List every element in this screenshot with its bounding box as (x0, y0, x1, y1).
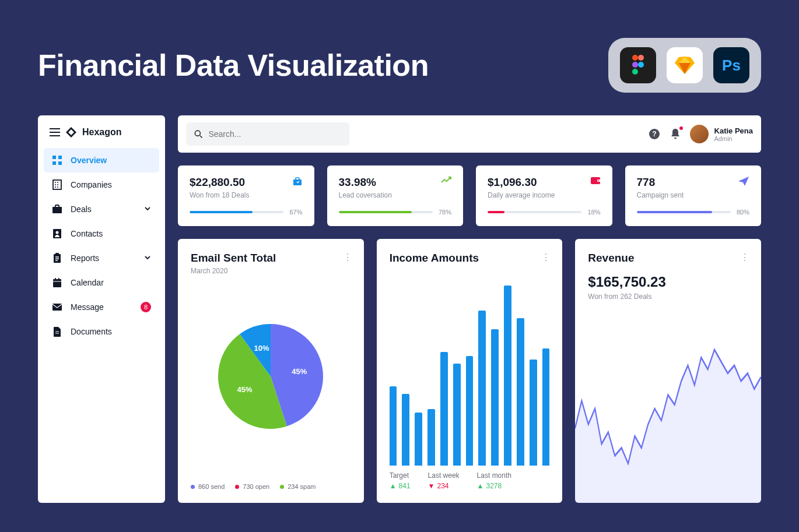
svg-point-4 (632, 69, 638, 75)
page-title: Financial Data Visualization (38, 48, 429, 83)
nav-label: Calendar (71, 278, 104, 287)
nav-label: Reports (71, 253, 99, 263)
kpi-value: 33.98% (339, 176, 452, 189)
nav-label: Documents (71, 327, 112, 336)
bar (504, 286, 511, 466)
brand-logo-icon (66, 127, 76, 138)
svg-text:45%: 45% (292, 367, 307, 376)
svg-point-23 (598, 180, 599, 181)
search-box[interactable] (186, 122, 349, 146)
person-icon (52, 228, 62, 239)
progress-bar (488, 211, 581, 213)
legend-item: Target▲841 (390, 471, 411, 490)
bar (415, 413, 422, 466)
sidebar-item-calendar[interactable]: Calendar (44, 270, 159, 295)
kpi-value: 778 (637, 176, 750, 189)
sidebar-item-overview[interactable]: Overview (44, 148, 159, 172)
dashboard-icon (52, 155, 62, 165)
svg-rect-6 (58, 156, 62, 159)
kpi-subtitle: Daily average income (488, 191, 601, 199)
bar (478, 311, 486, 466)
sketch-icon (667, 47, 703, 83)
svg-point-17 (195, 131, 200, 136)
kpi-card-3: 778Campaign sent80% (625, 165, 762, 226)
pie-chart: 45%45%10% (212, 318, 329, 435)
kpi-subtitle: Won from 18 Deals (190, 191, 303, 199)
sidebar-item-deals[interactable]: Deals (44, 197, 159, 221)
more-icon[interactable]: ⋮ (740, 252, 749, 263)
svg-point-1 (638, 55, 644, 61)
progress-pct: 80% (737, 209, 749, 216)
file-icon (52, 326, 62, 337)
svg-rect-16 (52, 304, 62, 311)
brand-name: Hexagon (82, 127, 122, 138)
avatar (690, 125, 709, 143)
card-title: Email Sent Total (191, 252, 351, 265)
progress-pct: 78% (439, 209, 451, 216)
bar (453, 364, 461, 466)
legend-item: 860 send (191, 483, 225, 490)
calendar-icon (52, 277, 62, 288)
kpi-value: $22,880.50 (190, 176, 303, 189)
search-input[interactable] (208, 129, 341, 139)
envelope-icon (52, 302, 62, 312)
kpi-card-1: 33.98%Lead coversation78% (327, 165, 464, 226)
revenue-subtitle: Won from 262 Deals (588, 293, 748, 301)
bar (517, 318, 524, 466)
kpi-value: $1,096.30 (488, 176, 601, 189)
legend-item: 234 spam (280, 483, 316, 490)
help-icon[interactable]: ? (648, 128, 661, 140)
bar-chart (390, 265, 550, 471)
svg-point-12 (56, 231, 59, 234)
line-chart (575, 306, 761, 503)
more-icon[interactable]: ⋮ (343, 252, 352, 263)
more-icon[interactable]: ⋮ (541, 252, 551, 263)
sidebar-item-companies[interactable]: Companies (44, 172, 159, 197)
bar (402, 394, 409, 466)
income-amounts-card: Income Amounts ⋮ Target▲841Last week▼234… (377, 239, 563, 503)
trend-up-icon (441, 176, 451, 186)
bar (530, 360, 537, 466)
progress-bar (637, 211, 731, 213)
legend-item: Last week▼234 (428, 471, 460, 490)
bar (427, 409, 435, 466)
nav-label: Overview (71, 156, 107, 165)
progress-bar (339, 211, 433, 213)
bar (542, 348, 550, 466)
kpi-card-2: $1,096.30Daily average income18% (476, 165, 612, 226)
nav-label: Contacts (71, 229, 103, 238)
bar (491, 329, 499, 466)
wallet-icon (590, 176, 601, 188)
chevron-down-icon (144, 253, 151, 263)
svg-rect-10 (52, 207, 62, 213)
card-title: Revenue (588, 252, 748, 265)
sidebar-item-reports[interactable]: Reports (44, 246, 159, 270)
sidebar-item-message[interactable]: Message8 (44, 295, 159, 319)
svg-point-2 (632, 62, 638, 68)
user-role: Admin (714, 135, 753, 142)
revenue-card: Revenue ⋮ $165,750.23 Won from 262 Deals (575, 239, 761, 503)
svg-text:?: ? (652, 130, 656, 138)
clipboard-icon (52, 253, 62, 263)
nav-label: Companies (71, 180, 112, 189)
topbar: ? Katie Pena Admin (178, 115, 761, 153)
bar (440, 352, 448, 466)
chevron-down-icon (144, 205, 151, 214)
search-icon (194, 129, 202, 139)
sidebar-item-contacts[interactable]: Contacts (44, 221, 159, 246)
figma-icon (620, 47, 656, 83)
svg-text:45%: 45% (237, 385, 253, 393)
bell-icon[interactable] (669, 128, 682, 140)
menu-icon[interactable] (50, 128, 60, 136)
svg-rect-5 (52, 156, 56, 159)
kpi-subtitle: Lead coversation (339, 191, 452, 199)
svg-point-0 (632, 55, 638, 61)
user-menu[interactable]: Katie Pena Admin (690, 125, 753, 143)
kpi-card-0: $22,880.50Won from 18 Deals67% (178, 165, 314, 226)
card-subtitle: March 2020 (191, 267, 351, 275)
legend-item: Last month▲3278 (477, 471, 511, 490)
sidebar-item-documents[interactable]: Documents (44, 319, 159, 344)
svg-rect-7 (52, 161, 56, 165)
nav-label: Message (71, 302, 104, 312)
bar (390, 386, 397, 466)
